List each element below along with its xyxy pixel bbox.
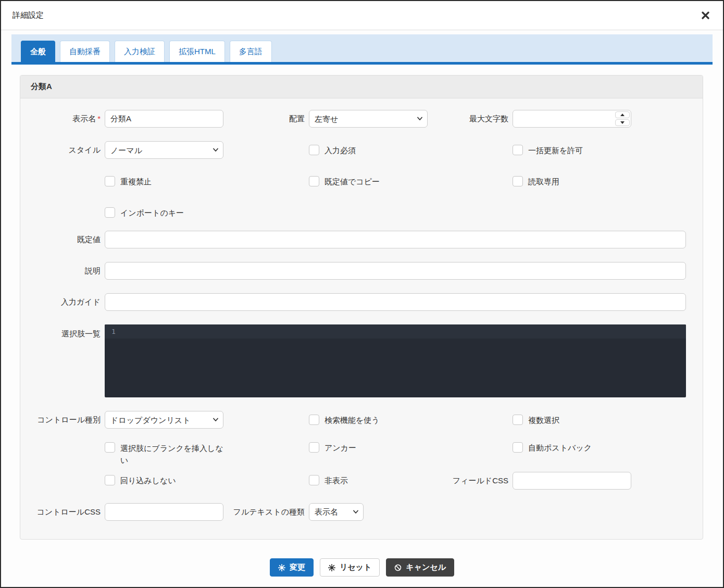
field-css-label: フィールドCSS <box>428 476 513 486</box>
gear-icon <box>328 564 335 571</box>
input-guide-input[interactable] <box>105 293 686 311</box>
form-row: スタイル ノーマル 入力必須 <box>20 141 703 159</box>
tab-multilingual[interactable]: 多言語 <box>230 41 272 62</box>
multiple-selection-checkbox[interactable] <box>513 415 523 425</box>
anchor-checkbox[interactable] <box>309 442 319 453</box>
field-no-blank-insert: 選択肢にブランクを挿入しない <box>20 442 224 467</box>
anchor-label: アンカー <box>324 442 356 453</box>
arrow-down-icon <box>620 121 625 124</box>
field-anchor: アンカー <box>224 442 428 460</box>
full-text-type-select[interactable]: 表示名 <box>309 503 364 521</box>
spinner-down-button[interactable] <box>615 119 630 126</box>
cancel-button-label: キャンセル <box>406 562 446 572</box>
field-use-search: 検索機能を使う <box>224 411 428 429</box>
field-auto-postback: 自動ポストバック <box>428 442 703 460</box>
max-length-input[interactable] <box>513 110 631 128</box>
use-search-checkbox[interactable] <box>309 415 319 425</box>
description-label: 説明 <box>20 266 105 276</box>
tab-input-validation[interactable]: 入力検証 <box>115 41 165 62</box>
no-blank-insert-checkbox[interactable] <box>105 442 115 453</box>
copy-by-default-checkbox[interactable] <box>309 176 319 186</box>
editor-line-number: 1 <box>105 328 123 335</box>
field-field-css: フィールドCSS <box>428 472 703 490</box>
import-key-label: インポートのキー <box>120 207 184 218</box>
change-button[interactable]: 変更 <box>270 558 314 577</box>
choices-list-label: 選択肢一覧 <box>20 324 105 397</box>
field-no-duplication: 重複禁止 <box>20 172 224 190</box>
field-css-input[interactable] <box>513 472 631 490</box>
field-read-only: 読取専用 <box>428 172 703 190</box>
field-multiple-selection: 複数選択 <box>428 411 703 429</box>
section-body: 表示名* 配置 左寄せ 最大文字数 <box>20 98 703 540</box>
gear-icon <box>278 564 285 571</box>
input-guide-label: 入力ガイド <box>20 297 105 307</box>
field-no-wrap: 回り込みしない <box>20 472 224 490</box>
spinner-up-button[interactable] <box>615 111 630 118</box>
form-row: 選択肢にブランクを挿入しない アンカー 自動ポストバック <box>20 442 703 467</box>
tab-extended-html[interactable]: 拡張HTML <box>169 41 225 62</box>
style-select[interactable]: ノーマル <box>105 141 223 159</box>
no-wrap-checkbox[interactable] <box>105 475 115 485</box>
close-x-glyph <box>702 11 709 19</box>
required-checkbox[interactable] <box>309 145 319 155</box>
auto-postback-checkbox[interactable] <box>513 442 523 453</box>
tab-general[interactable]: 全般 <box>21 41 55 62</box>
field-alignment: 配置 左寄せ <box>224 110 428 128</box>
close-icon[interactable] <box>699 9 711 22</box>
field-import-key: インポートのキー <box>20 204 224 221</box>
style-label: スタイル <box>20 145 105 155</box>
section-title: 分類A <box>20 76 703 98</box>
field-control-type: コントロール種別 ドロップダウンリスト <box>20 411 224 429</box>
form-row: 重複禁止 既定値でコピー 読取専用 <box>20 172 703 190</box>
description-input[interactable] <box>105 262 686 280</box>
general-section: 分類A 表示名* 配置 左寄せ 最大文字数 <box>20 75 703 540</box>
field-full-text-type: フルテキストの種類 表示名 <box>224 503 428 521</box>
display-name-input[interactable] <box>105 110 223 128</box>
tab-auto-numbering[interactable]: 自動採番 <box>60 41 110 62</box>
control-css-input[interactable] <box>105 503 223 521</box>
copy-by-default-label: 既定値でコピー <box>324 176 380 187</box>
field-copy-by-default: 既定値でコピー <box>224 172 428 190</box>
arrow-up-icon <box>620 114 625 116</box>
form-row: コントロールCSS フルテキストの種類 表示名 <box>20 503 703 521</box>
cancel-slash-icon <box>394 564 402 571</box>
required-checkbox-label: 入力必須 <box>324 145 356 156</box>
control-type-select[interactable]: ドロップダウンリスト <box>105 411 223 429</box>
field-default-value: 既定値 <box>20 231 703 248</box>
control-type-label: コントロール種別 <box>20 415 105 425</box>
display-name-label: 表示名* <box>20 114 105 124</box>
auto-postback-label: 自動ポストバック <box>528 442 592 453</box>
form-row: 回り込みしない 非表示 フィールドCSS <box>20 472 703 490</box>
no-duplication-checkbox[interactable] <box>105 176 115 186</box>
read-only-label: 読取専用 <box>528 176 559 187</box>
form-row: インポートのキー <box>20 204 703 221</box>
no-wrap-label: 回り込みしない <box>120 475 176 486</box>
import-key-checkbox[interactable] <box>105 207 115 218</box>
editor-active-line: 1 <box>105 324 686 339</box>
dialog-footer: 変更 リセット キャンセル <box>1 558 723 587</box>
hidden-label: 非表示 <box>324 475 348 486</box>
cancel-button[interactable]: キャンセル <box>386 558 454 577</box>
settings-dialog: 詳細設定 全般 自動採番 入力検証 拡張HTML 多言語 分類A 表示名* 配置 <box>0 0 724 588</box>
allow-bulk-update-checkbox[interactable] <box>513 145 523 155</box>
reset-button[interactable]: リセット <box>320 558 380 577</box>
tab-strip: 全般 自動採番 入力検証 拡張HTML 多言語 <box>11 34 713 65</box>
field-control-css: コントロールCSS <box>20 503 224 521</box>
field-allow-bulk-update: 一括更新を許可 <box>428 141 703 159</box>
alignment-select[interactable]: 左寄せ <box>309 110 428 128</box>
read-only-checkbox[interactable] <box>513 176 523 186</box>
field-required-checkbox: 入力必須 <box>224 141 428 159</box>
control-css-label: コントロールCSS <box>20 507 105 517</box>
max-length-label: 最大文字数 <box>428 114 513 124</box>
choices-list-editor[interactable]: 1 <box>105 324 686 397</box>
field-input-guide: 入力ガイド <box>20 293 703 311</box>
field-style: スタイル ノーマル <box>20 141 224 159</box>
field-display-name: 表示名* <box>20 110 224 128</box>
dialog-title: 詳細設定 <box>13 10 44 20</box>
allow-bulk-update-label: 一括更新を許可 <box>528 145 583 156</box>
default-value-input[interactable] <box>105 231 686 248</box>
required-asterisk: * <box>97 114 101 123</box>
hidden-checkbox[interactable] <box>309 475 319 485</box>
default-value-label: 既定値 <box>20 234 105 245</box>
multiple-selection-label: 複数選択 <box>528 415 559 426</box>
